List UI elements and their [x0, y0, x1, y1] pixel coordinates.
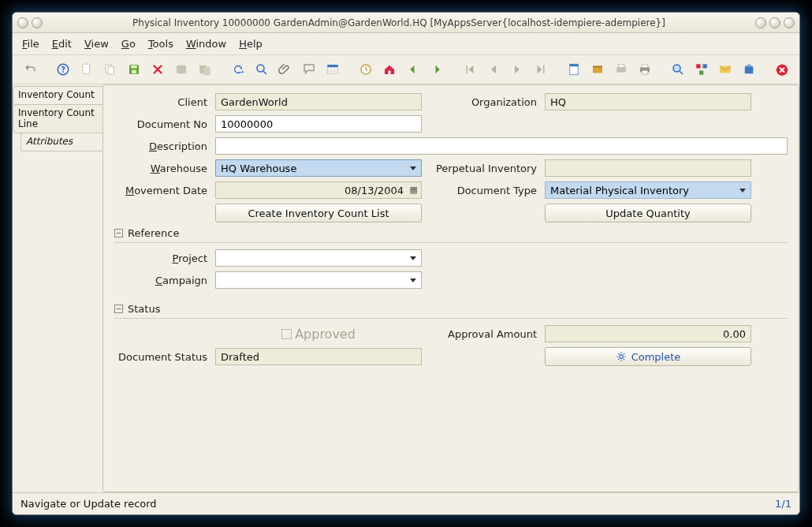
window-pin-button[interactable] [32, 17, 43, 28]
tab-attributes[interactable]: Attributes [20, 133, 102, 151]
gear-icon [616, 351, 627, 362]
field-organization: HQ [545, 93, 751, 110]
svg-rect-23 [642, 65, 648, 68]
undo-icon[interactable] [20, 60, 39, 79]
label-client: Client [114, 96, 210, 108]
new-icon[interactable] [77, 60, 96, 79]
svg-point-25 [673, 65, 680, 72]
button-update-quantity[interactable]: Update Quantity [545, 204, 751, 222]
back-icon[interactable] [404, 60, 423, 79]
label-description: Description [114, 140, 210, 152]
svg-rect-28 [699, 71, 703, 75]
toolbar: ? [13, 55, 799, 84]
prev-icon [484, 60, 503, 79]
last-icon [531, 60, 550, 79]
svg-rect-8 [177, 65, 186, 74]
menubar: File Edit View Go Tools Window Help [13, 33, 799, 55]
collapse-reference-icon[interactable]: − [114, 229, 123, 237]
field-project[interactable] [215, 249, 422, 267]
statusbar: Navigate or Update record 1/1 [13, 492, 799, 514]
collapse-status-icon[interactable]: − [114, 305, 123, 313]
copy-icon[interactable] [101, 60, 120, 79]
label-organization: Organization [426, 96, 540, 108]
home-icon[interactable] [380, 60, 399, 79]
titlebar: Physical Inventory 10000000 GardenAdmin@… [13, 13, 799, 33]
field-perpetual-inventory [545, 159, 751, 177]
field-campaign[interactable] [215, 271, 422, 289]
close-window-button[interactable] [784, 17, 795, 28]
svg-rect-12 [327, 65, 338, 67]
tab-inventory-count-line[interactable]: Inventory Count Line [13, 104, 102, 134]
form-panel: Client GardenWorld Organization HQ Docum… [102, 84, 799, 492]
status-message: Navigate or Update record [20, 498, 157, 510]
svg-rect-10 [203, 67, 210, 76]
svg-rect-29 [720, 66, 731, 73]
section-reference: − Reference [114, 227, 788, 239]
menu-view[interactable]: View [84, 38, 109, 50]
field-document-type[interactable]: Material Physical Inventory [545, 181, 751, 199]
svg-rect-17 [570, 64, 579, 66]
menu-edit[interactable]: Edit [52, 38, 72, 50]
svg-rect-2 [83, 64, 90, 73]
label-approval-amount: Approval Amount [426, 328, 540, 340]
field-warehouse[interactable]: HQ Warehouse [215, 159, 422, 177]
close-icon[interactable] [773, 60, 792, 79]
chat-icon[interactable] [300, 60, 318, 79]
svg-rect-27 [703, 64, 707, 68]
button-complete[interactable]: Complete [545, 347, 751, 366]
save-icon[interactable] [125, 60, 143, 79]
forward-icon[interactable] [427, 60, 446, 79]
svg-rect-7 [132, 70, 136, 74]
archive-icon[interactable] [588, 60, 607, 79]
minimize-button[interactable] [755, 17, 766, 28]
print-preview-icon[interactable] [612, 60, 631, 79]
grid-icon[interactable] [323, 60, 342, 79]
menu-window[interactable]: Window [186, 38, 226, 50]
section-status: − Status [114, 303, 788, 315]
request-icon[interactable] [716, 60, 735, 79]
menu-tools[interactable]: Tools [148, 38, 173, 50]
svg-rect-21 [618, 65, 624, 68]
zoom-icon[interactable] [669, 60, 687, 79]
maximize-button[interactable] [769, 17, 780, 28]
history-icon[interactable] [356, 60, 375, 79]
field-document-no[interactable] [215, 115, 422, 133]
menu-help[interactable]: Help [239, 38, 263, 50]
field-approval-amount: 0.00 [545, 325, 751, 342]
checkbox-approved: Approved [215, 327, 422, 342]
search-icon[interactable] [252, 60, 271, 79]
label-perpetual-inventory: Perpetual Inventory [426, 163, 540, 174]
label-campaign: Campaign [114, 275, 210, 286]
app-window: Physical Inventory 10000000 GardenAdmin@… [12, 12, 800, 515]
button-create-inventory-count-list[interactable]: Create Inventory Count List [215, 204, 422, 222]
field-client: GardenWorld [215, 93, 422, 110]
label-project: Project [114, 252, 210, 264]
svg-rect-26 [696, 64, 700, 68]
tab-inventory-count[interactable]: Inventory Count [13, 86, 102, 105]
menu-go[interactable]: Go [121, 38, 136, 50]
window-menu-button[interactable] [17, 17, 28, 28]
workflow-icon[interactable] [692, 60, 711, 79]
record-position: 1/1 [775, 498, 792, 510]
next-icon [508, 60, 527, 79]
attachment-icon[interactable] [276, 60, 295, 79]
window-title: Physical Inventory 10000000 GardenAdmin@… [43, 17, 755, 28]
svg-point-11 [257, 65, 264, 72]
refresh-icon[interactable] [229, 60, 248, 79]
print-icon[interactable] [635, 60, 654, 79]
menu-file[interactable]: File [22, 38, 39, 50]
label-document-status: Document Status [114, 351, 210, 363]
report-icon[interactable] [564, 60, 583, 79]
svg-rect-15 [389, 71, 391, 75]
label-document-type: Document Type [426, 185, 540, 196]
tab-sidebar: Inventory Count Inventory Count Line Att… [13, 84, 102, 492]
field-description[interactable] [215, 137, 788, 155]
checkbox-approved-box [281, 329, 292, 339]
help-icon[interactable]: ? [54, 60, 73, 79]
svg-text:?: ? [61, 65, 65, 74]
delete-icon[interactable] [148, 60, 167, 79]
field-document-status: Drafted [215, 348, 422, 365]
label-warehouse: Warehouse [114, 163, 210, 174]
product-icon[interactable] [739, 60, 758, 79]
field-movement-date[interactable]: 08/13/2004 [215, 181, 422, 199]
